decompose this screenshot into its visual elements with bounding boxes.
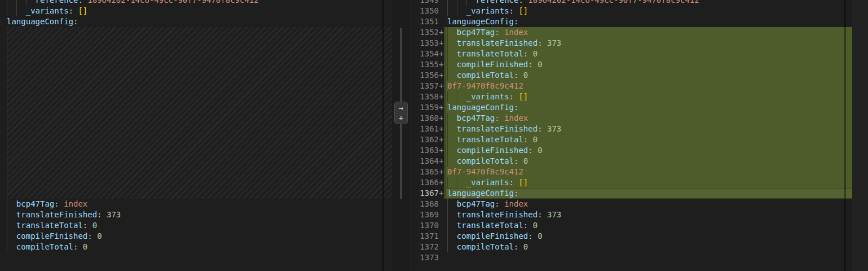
token-punc: : bbox=[523, 49, 533, 58]
token-punc: : bbox=[523, 221, 533, 230]
diff-action-widget[interactable]: → + bbox=[394, 102, 408, 124]
token-num: 373 bbox=[547, 124, 561, 133]
token-key: compileTotal bbox=[457, 242, 514, 251]
line-number: 1357+ bbox=[411, 81, 444, 91]
indent-guide bbox=[7, 6, 7, 16]
token-punc: : bbox=[509, 6, 519, 15]
token-num: 0 bbox=[537, 231, 542, 241]
token-punc: : bbox=[514, 103, 518, 112]
added-line-plus-sign: + bbox=[439, 156, 444, 167]
line-number: 1368 bbox=[411, 199, 444, 209]
indent-guide bbox=[447, 156, 448, 167]
token-num: 0 bbox=[523, 242, 528, 251]
indent-guide bbox=[457, 91, 457, 102]
diff-editor: reference: 18964202-14c6-49cc-90f7-9470f… bbox=[0, 0, 868, 271]
added-line-plus-sign: + bbox=[439, 38, 444, 49]
line-number: 1354+ bbox=[411, 49, 444, 59]
token-key: compileFinished bbox=[457, 60, 528, 69]
indent-guide bbox=[447, 231, 448, 242]
token-punc: : bbox=[73, 17, 78, 26]
indent-guide bbox=[16, 6, 17, 16]
token-key: reference bbox=[36, 0, 78, 5]
code-line: translateTotal: 0 bbox=[0, 220, 392, 231]
code-line: 1358+_variants: [] bbox=[411, 91, 868, 102]
code-line: _variants: [] bbox=[0, 6, 392, 16]
line-number: 1373 bbox=[411, 252, 444, 263]
added-line-plus-sign: + bbox=[439, 145, 444, 156]
indent-guide bbox=[7, 242, 7, 252]
token-key: compileTotal bbox=[457, 156, 514, 165]
token-key: _variants bbox=[466, 92, 509, 101]
token-key: compileFinished bbox=[16, 231, 87, 241]
code-line: 1360+bcp47Tag: index bbox=[411, 113, 868, 124]
token-key: compileTotal bbox=[16, 242, 73, 251]
added-line-plus-sign: + bbox=[439, 27, 444, 38]
code-line: 1349reference: 18964202-14c6-49cc-90f7-9… bbox=[411, 0, 868, 6]
token-brk: [] bbox=[518, 6, 528, 15]
indent-guide bbox=[447, 220, 448, 231]
token-key: compileTotal bbox=[457, 71, 514, 80]
token-key: _variants bbox=[466, 178, 509, 187]
added-line-plus-sign: + bbox=[439, 134, 444, 145]
token-str: 18964202-14c6-49cc-90f7-9470f8c9c412 bbox=[87, 0, 258, 5]
code-line: 1363+compileFinished: 0 bbox=[411, 145, 868, 156]
code-line: 1368bcp47Tag: index bbox=[411, 199, 868, 209]
token-punc: : bbox=[537, 210, 547, 219]
revert-block-arrow-icon[interactable]: → bbox=[395, 103, 407, 113]
added-line-plus-sign: + bbox=[439, 188, 444, 199]
stage-block-plus-icon[interactable]: + bbox=[395, 113, 407, 123]
token-punc: : bbox=[514, 156, 523, 165]
line-number: 1370 bbox=[411, 220, 444, 231]
line-number: 1363+ bbox=[411, 145, 444, 156]
added-line-plus-sign: + bbox=[439, 177, 444, 188]
diff-modified-pane[interactable]: 1349reference: 18964202-14c6-49cc-90f7-9… bbox=[411, 0, 868, 271]
token-num: 0 bbox=[97, 231, 102, 241]
added-line-plus-sign: + bbox=[439, 81, 444, 91]
line-number: 1369 bbox=[411, 209, 444, 220]
token-key: _variants bbox=[26, 6, 69, 15]
diff-original-pane[interactable]: reference: 18964202-14c6-49cc-90f7-9470f… bbox=[0, 0, 393, 271]
token-key: translateFinished bbox=[457, 210, 537, 219]
indent-guide bbox=[447, 59, 448, 70]
token-num: 0 bbox=[523, 71, 528, 80]
line-number: 1356+ bbox=[411, 70, 444, 81]
indent-guide bbox=[447, 49, 448, 59]
indent-guide bbox=[7, 199, 7, 209]
token-str: index bbox=[504, 113, 528, 123]
line-number: 1350 bbox=[411, 6, 444, 16]
code-line: 1369translateFinished: 373 bbox=[411, 209, 868, 220]
indent-guide bbox=[457, 6, 457, 16]
token-key: translateFinished bbox=[457, 38, 537, 47]
scrollbar-track[interactable] bbox=[852, 0, 868, 271]
token-punc: : bbox=[54, 199, 64, 208]
token-punc: : bbox=[69, 6, 78, 15]
indent-guide bbox=[447, 242, 448, 252]
added-line-plus-sign: + bbox=[439, 124, 444, 134]
added-line-plus-sign: + bbox=[439, 70, 444, 81]
token-str: index bbox=[504, 28, 528, 37]
token-key: translateTotal bbox=[457, 135, 523, 144]
token-str: 18964202-14c6-49cc-90f7-9470f8c9c412 bbox=[528, 0, 699, 5]
added-line-plus-sign: + bbox=[439, 102, 444, 113]
token-key: reference bbox=[476, 0, 519, 5]
added-line-plus-sign: + bbox=[439, 167, 444, 177]
indent-guide bbox=[457, 0, 457, 6]
code-line: 1350_variants: [] bbox=[411, 6, 868, 16]
hidden-lines-placeholder bbox=[7, 27, 392, 199]
indent-guide bbox=[7, 209, 7, 220]
indent-guide bbox=[447, 0, 448, 6]
code-line: bcp47Tag: index bbox=[0, 199, 392, 209]
line-number: 1364+ bbox=[411, 156, 444, 167]
code-line: 1370translateTotal: 0 bbox=[411, 220, 868, 231]
token-punc: : bbox=[514, 17, 518, 26]
code-line: 1365+0f7-9470f8c9c412 bbox=[411, 167, 868, 177]
code-line: 1367+languageConfig: bbox=[411, 188, 868, 199]
token-key: translateFinished bbox=[16, 210, 97, 219]
added-line-plus-sign: + bbox=[439, 59, 444, 70]
token-key: languageConfig bbox=[447, 189, 514, 198]
token-punc: : bbox=[537, 38, 547, 47]
token-num: 0 bbox=[92, 221, 97, 230]
token-key: bcp47Tag bbox=[457, 199, 495, 208]
token-key: bcp47Tag bbox=[16, 199, 54, 208]
token-punc: : bbox=[514, 242, 523, 251]
